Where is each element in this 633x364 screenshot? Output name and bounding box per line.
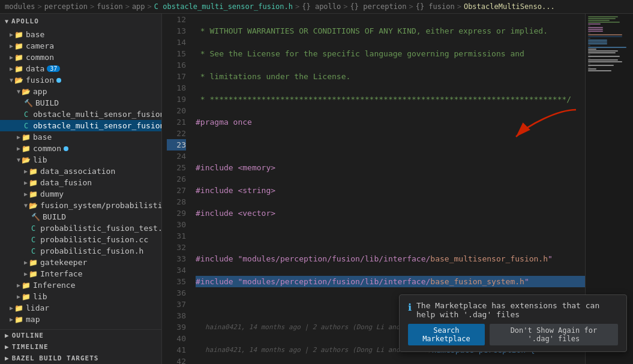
git-blame: haina0421, 14 months ago | 2 authors (Do…: [205, 321, 432, 333]
item-label: probabilistic_fusion_test.cc: [40, 224, 161, 233]
chevron-right-icon: ▶: [17, 293, 20, 300]
chevron-right-icon: ▶: [5, 354, 10, 362]
folder-icon: 📁: [29, 270, 38, 278]
search-marketplace-button[interactable]: Search Marketplace: [408, 324, 485, 345]
chevron-right-icon: ▶: [5, 332, 10, 339]
sep3: >: [125, 2, 130, 11]
timeline-section[interactable]: ▶ TIMELINE: [0, 341, 161, 353]
sidebar-item-lib2[interactable]: ▶ 📁 lib: [0, 291, 161, 302]
sidebar-item-base[interactable]: ▶ 📁 base: [0, 29, 161, 40]
sidebar-item-data-fusion[interactable]: ▶ 📁 data_fusion: [0, 177, 161, 188]
sidebar-item-camera[interactable]: ▶ 📁 camera: [0, 40, 161, 52]
dont-show-again-button[interactable]: Don't Show Again for '.dag' files: [490, 324, 618, 345]
item-label: map: [26, 315, 40, 324]
sidebar-item-dummy[interactable]: ▶ 📁 dummy: [0, 188, 161, 200]
sep4: >: [148, 2, 152, 11]
item-label: common: [26, 53, 54, 62]
notification-buttons: Search Marketplace Don't Show Again for …: [408, 324, 618, 345]
folder-icon: 📁: [14, 315, 23, 324]
code-line-16: #pragma once: [196, 116, 585, 128]
sidebar-item-data-association[interactable]: ▶ 📁 data_association: [0, 166, 161, 177]
item-label: dummy: [40, 189, 64, 198]
code-line-13: * See the License for the specific langu…: [196, 48, 585, 59]
sidebar-item-common[interactable]: ▶ 📁 common: [0, 52, 161, 63]
sidebar-item-fusion-common[interactable]: ▶ 📁 common: [0, 143, 161, 154]
chevron-right-icon: ▶: [24, 191, 28, 197]
sidebar-item-prob-h[interactable]: C probabilistic_fusion.h: [0, 245, 161, 257]
chevron-right-icon: ▶: [17, 134, 20, 140]
sidebar-item-lidar[interactable]: ▶ 📁 lidar: [0, 302, 161, 314]
item-label: Interface: [40, 269, 82, 278]
sidebar-title: APOLLO: [11, 17, 39, 25]
sidebar-item-data[interactable]: ▶ 📁 data 37: [0, 63, 161, 74]
chevron-right-icon: ▶: [24, 179, 28, 186]
code-line-23: #include "modules/perception/fusion/lib/…: [196, 276, 585, 287]
sidebar-item-obstacle-cc[interactable]: C obstacle_multi_sensor_fusion.cc: [0, 109, 161, 120]
item-label: data_association: [40, 167, 115, 176]
badge-count: 37: [47, 65, 60, 72]
sidebar-item-build2[interactable]: 🔨 BUILD: [0, 211, 161, 222]
code-text: #include <memory>: [196, 162, 275, 173]
outline-label: OUTLINE: [12, 332, 44, 339]
folder-open-icon: 📂: [22, 156, 31, 164]
sidebar-item-obstacle-h[interactable]: C obstacle_multi_sensor_fusion.h: [0, 120, 161, 131]
code-text: * See the License for the specific langu…: [196, 48, 524, 59]
folder-icon: 📁: [29, 179, 38, 187]
sidebar-item-build[interactable]: 🔨 BUILD: [0, 97, 161, 109]
chevron-right-icon: ▶: [24, 259, 28, 266]
item-label: fusion: [26, 76, 54, 85]
chevron-down-icon: ▼: [17, 88, 20, 95]
folder-icon: 📁: [14, 42, 23, 50]
sidebar-collapse-arrow: ▼: [5, 18, 9, 25]
code-line-20: #include <vector>: [196, 207, 585, 219]
git-blame: haina0421, 14 months ago | 2 authors (Do…: [205, 344, 432, 356]
sidebar-item-fusion[interactable]: ▼ 📂 fusion: [0, 74, 161, 86]
breadcrumb-ns3[interactable]: {} fusion: [416, 2, 455, 11]
chevron-right-icon: ▶: [10, 54, 13, 61]
folder-open-icon: 📂: [29, 201, 38, 210]
sidebar-item-gatekeeper[interactable]: ▶ 📁 gatekeeper: [0, 257, 161, 268]
sidebar-item-inference[interactable]: ▶ 📁 Inference: [0, 279, 161, 291]
breadcrumb-perception[interactable]: perception: [44, 2, 88, 11]
folder-icon: 📁: [14, 31, 23, 39]
item-label: data_fusion: [40, 178, 92, 187]
breadcrumb-ns2[interactable]: {} perception: [350, 2, 407, 11]
code-line-14: * limitations under the License.: [196, 71, 585, 82]
code-line-22: #include "modules/perception/fusion/lib/…: [196, 253, 585, 264]
sep5: >: [295, 2, 299, 11]
code-line-15: * **************************************…: [196, 94, 585, 105]
code-text: #include <string>: [196, 185, 275, 196]
breadcrumb-modules[interactable]: modules: [5, 2, 35, 11]
cpp-icon: C: [31, 236, 35, 244]
sidebar-item-app[interactable]: ▼ 📂 app: [0, 86, 161, 97]
outline-section[interactable]: ▶ OUTLINE: [0, 330, 161, 341]
sidebar-item-interface[interactable]: ▶ 📁 Interface: [0, 268, 161, 279]
bazel-section[interactable]: ▶ BAZEL BUILD TARGETS: [0, 353, 161, 364]
item-label: lidar: [26, 303, 49, 312]
item-label: probabilistic_fusion.cc: [40, 235, 148, 244]
folder-icon: 📁: [14, 304, 23, 312]
code-text: * **************************************…: [196, 94, 571, 105]
breadcrumb-ns1[interactable]: {} apollo: [302, 2, 341, 11]
folder-open-icon: 📂: [22, 88, 31, 96]
code-line-18: #include <memory>: [196, 162, 585, 173]
folder-icon: 📁: [14, 65, 23, 73]
sidebar-item-fusion-system[interactable]: ▼ 📂 fusion_system/probabilistic_fu...: [0, 200, 161, 211]
breadcrumb-app[interactable]: app: [132, 2, 145, 11]
sidebar-item-prob-test[interactable]: C probabilistic_fusion_test.cc: [0, 222, 161, 234]
chevron-down-icon: ▼: [10, 77, 13, 83]
item-label: probabilistic_fusion.h: [40, 246, 143, 255]
sidebar-item-lib[interactable]: ▼ 📂 lib: [0, 154, 161, 166]
notification-message: The Marketplace has extensions that can …: [416, 301, 618, 319]
sidebar-item-map[interactable]: ▶ 📁 map: [0, 314, 161, 325]
code-text: * WITHOUT WARRANTIES OR CONDITIONS OF AN…: [196, 25, 548, 37]
sep8: >: [457, 2, 461, 11]
breadcrumb-file[interactable]: C obstacle_multi_sensor_fusion.h: [154, 2, 293, 11]
item-label: lib: [33, 155, 47, 164]
sidebar-item-fusion-base[interactable]: ▶ 📁 base: [0, 131, 161, 143]
modified-dot: [56, 78, 61, 83]
breadcrumb-fusion[interactable]: fusion: [97, 2, 122, 11]
sidebar-item-prob-cc[interactable]: C probabilistic_fusion.cc: [0, 234, 161, 245]
breadcrumb-class[interactable]: ObstacleMultiSenso...: [464, 2, 555, 11]
item-label: obstacle_multi_sensor_fusion.cc: [33, 110, 161, 119]
